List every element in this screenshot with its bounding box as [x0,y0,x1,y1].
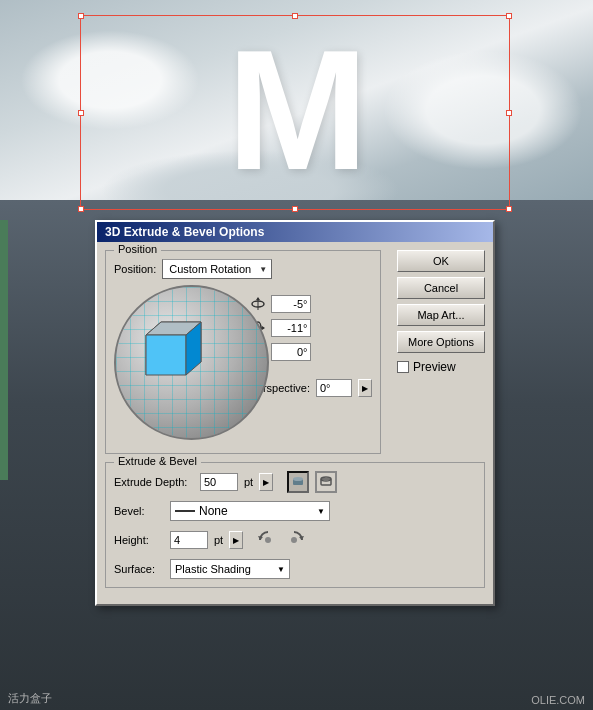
rotation-controls: -5° -11° [249,285,372,397]
surface-dropdown[interactable]: Plastic Shading [170,559,290,579]
z-rotation-input[interactable]: 0° [271,343,311,361]
twist-left-button[interactable] [257,529,279,551]
m-letter-area: M [80,10,510,210]
preview-label: Preview [413,360,456,374]
cancel-button[interactable]: Cancel [397,277,485,299]
height-arrow[interactable]: ▶ [229,531,243,549]
position-section: Position Position: Custom Rotation [105,250,381,454]
cube-svg [136,307,216,387]
credits-right: OLIE.COM [531,694,585,706]
preview-checkbox[interactable] [397,361,409,373]
height-label: Height: [114,534,164,546]
bevel-dropdown-arrow: ▼ [317,507,325,516]
svg-marker-3 [146,335,186,375]
extrude-depth-input[interactable] [200,473,238,491]
twist-right-icon [284,530,304,550]
cap-on-button[interactable] [287,471,309,493]
more-options-button[interactable]: More Options [397,331,485,353]
rot-row-x: -5° [249,295,372,313]
twist-right-button[interactable] [283,529,305,551]
bevel-line-icon [175,510,195,512]
svg-point-21 [291,537,297,543]
height-unit: pt [214,534,223,546]
sphere-container [114,285,241,445]
credits-left: 活力盒子 [8,691,52,706]
preview-row: Preview [397,360,485,374]
svg-marker-10 [262,326,265,330]
extrude-depth-row: Extrude Depth: pt ▶ [114,471,476,493]
svg-marker-7 [256,297,260,300]
bevel-label: Bevel: [114,505,164,517]
extrude-depth-unit: pt [244,476,253,488]
extrude-depth-label: Extrude Depth: [114,476,194,488]
bevel-value: None [199,504,228,518]
dialog-body: OK Cancel Map Art... More Options Previe… [97,242,493,604]
surface-row: Surface: Plastic Shading [114,559,476,579]
position-dropdown[interactable]: Custom Rotation [162,259,272,279]
dialog-title: 3D Extrude & Bevel Options [97,222,493,242]
perspective-row: Perspective: 0° ▶ [249,379,372,397]
cap-off-icon [319,475,333,489]
position-row: Position: Custom Rotation [114,259,372,279]
position-label: Position: [114,263,156,275]
cap-on-icon [291,475,305,489]
cube-area: -5° -11° [114,285,372,445]
cap-off-button[interactable] [315,471,337,493]
svg-point-19 [265,537,271,543]
surface-label: Surface: [114,563,164,575]
rot-row-y: -11° [249,319,372,337]
extrude-depth-arrow[interactable]: ▶ [259,473,273,491]
svg-point-15 [293,477,303,481]
x-rotation-icon [249,295,267,313]
height-input[interactable] [170,531,208,549]
perspective-input[interactable]: 0° [316,379,352,397]
y-rotation-input[interactable]: -11° [271,319,311,337]
ok-button[interactable]: OK [397,250,485,272]
green-strip [0,220,8,480]
bevel-dropdown[interactable]: None ▼ [170,501,330,521]
twist-buttons [257,529,305,551]
position-section-label: Position [114,243,161,255]
height-row: Height: pt ▶ [114,529,476,551]
m-letter: M [227,25,364,195]
dialog-buttons: OK Cancel Map Art... More Options Previe… [397,250,485,374]
dialog-3d-extrude: 3D Extrude & Bevel Options OK Cancel Map… [95,220,495,606]
sphere [114,285,269,440]
extrude-section: Extrude & Bevel Extrude Depth: pt ▶ [105,462,485,588]
x-rotation-input[interactable]: -5° [271,295,311,313]
perspective-arrow-btn[interactable]: ▶ [358,379,372,397]
bevel-row: Bevel: None ▼ [114,501,476,521]
map-art-button[interactable]: Map Art... [397,304,485,326]
extrude-section-label: Extrude & Bevel [114,455,201,467]
twist-left-icon [258,530,278,550]
svg-marker-20 [299,536,304,540]
svg-marker-18 [258,536,263,540]
